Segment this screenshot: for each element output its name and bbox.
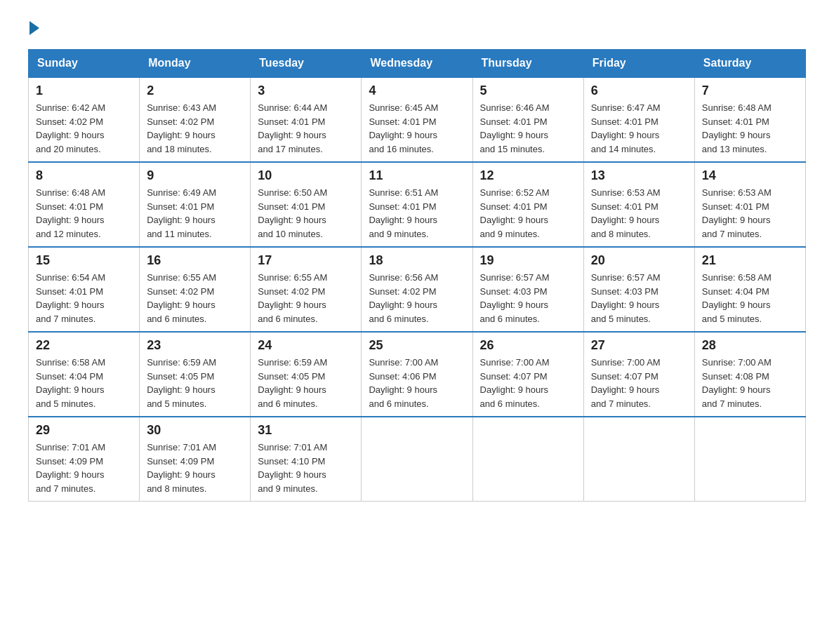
calendar-cell: 6 Sunrise: 6:47 AM Sunset: 4:01 PM Dayli… — [583, 77, 694, 162]
calendar-cell: 8 Sunrise: 6:48 AM Sunset: 4:01 PM Dayli… — [29, 162, 140, 247]
calendar-cell: 11 Sunrise: 6:51 AM Sunset: 4:01 PM Dayl… — [362, 162, 472, 247]
day-header-saturday: Saturday — [694, 50, 805, 78]
day-header-sunday: Sunday — [29, 50, 140, 78]
day-info: Sunrise: 7:01 AM Sunset: 4:09 PM Dayligh… — [147, 441, 243, 495]
day-number: 15 — [36, 253, 132, 268]
day-info: Sunrise: 6:45 AM Sunset: 4:01 PM Dayligh… — [369, 101, 465, 156]
calendar-cell: 21 Sunrise: 6:58 AM Sunset: 4:04 PM Dayl… — [694, 247, 805, 332]
day-info: Sunrise: 6:57 AM Sunset: 4:03 PM Dayligh… — [480, 271, 576, 326]
day-info: Sunrise: 7:00 AM Sunset: 4:07 PM Dayligh… — [480, 356, 576, 410]
calendar-cell: 24 Sunrise: 6:59 AM Sunset: 4:05 PM Dayl… — [251, 332, 362, 417]
page-header — [28, 21, 806, 35]
day-info: Sunrise: 6:55 AM Sunset: 4:02 PM Dayligh… — [147, 271, 243, 326]
day-info: Sunrise: 6:48 AM Sunset: 4:01 PM Dayligh… — [36, 186, 132, 241]
day-info: Sunrise: 7:00 AM Sunset: 4:07 PM Dayligh… — [591, 356, 687, 410]
day-info: Sunrise: 6:55 AM Sunset: 4:02 PM Dayligh… — [258, 271, 354, 326]
day-info: Sunrise: 6:50 AM Sunset: 4:01 PM Dayligh… — [258, 186, 354, 241]
day-info: Sunrise: 6:42 AM Sunset: 4:02 PM Dayligh… — [36, 101, 132, 156]
day-number: 18 — [369, 253, 465, 268]
day-number: 17 — [258, 253, 354, 268]
calendar-cell — [362, 417, 472, 502]
calendar-week-4: 22 Sunrise: 6:58 AM Sunset: 4:04 PM Dayl… — [29, 332, 806, 417]
day-number: 5 — [480, 83, 576, 98]
day-header-monday: Monday — [140, 50, 251, 78]
day-number: 28 — [702, 338, 798, 353]
calendar-cell: 5 Sunrise: 6:46 AM Sunset: 4:01 PM Dayli… — [472, 77, 583, 162]
calendar-cell: 26 Sunrise: 7:00 AM Sunset: 4:07 PM Dayl… — [472, 332, 583, 417]
calendar-header-row: SundayMondayTuesdayWednesdayThursdayFrid… — [29, 50, 806, 78]
day-number: 27 — [591, 338, 687, 353]
calendar-week-1: 1 Sunrise: 6:42 AM Sunset: 4:02 PM Dayli… — [29, 77, 806, 162]
day-info: Sunrise: 6:59 AM Sunset: 4:05 PM Dayligh… — [147, 356, 243, 410]
day-info: Sunrise: 6:58 AM Sunset: 4:04 PM Dayligh… — [36, 356, 132, 410]
calendar-cell — [583, 417, 694, 502]
calendar-cell: 29 Sunrise: 7:01 AM Sunset: 4:09 PM Dayl… — [29, 417, 140, 502]
day-header-wednesday: Wednesday — [362, 50, 472, 78]
calendar-cell: 25 Sunrise: 7:00 AM Sunset: 4:06 PM Dayl… — [362, 332, 472, 417]
day-header-thursday: Thursday — [472, 50, 583, 78]
day-number: 16 — [147, 253, 243, 268]
day-number: 1 — [36, 83, 132, 98]
day-number: 8 — [36, 168, 132, 183]
day-info: Sunrise: 6:53 AM Sunset: 4:01 PM Dayligh… — [702, 186, 798, 241]
day-number: 11 — [369, 168, 465, 183]
calendar-cell — [694, 417, 805, 502]
day-info: Sunrise: 6:59 AM Sunset: 4:05 PM Dayligh… — [258, 356, 354, 410]
calendar-table: SundayMondayTuesdayWednesdayThursdayFrid… — [28, 49, 806, 502]
day-number: 23 — [147, 338, 243, 353]
day-number: 12 — [480, 168, 576, 183]
day-header-tuesday: Tuesday — [251, 50, 362, 78]
day-info: Sunrise: 6:51 AM Sunset: 4:01 PM Dayligh… — [369, 186, 465, 241]
calendar-cell: 18 Sunrise: 6:56 AM Sunset: 4:02 PM Dayl… — [362, 247, 472, 332]
day-number: 10 — [258, 168, 354, 183]
day-info: Sunrise: 6:44 AM Sunset: 4:01 PM Dayligh… — [258, 101, 354, 156]
day-info: Sunrise: 6:53 AM Sunset: 4:01 PM Dayligh… — [591, 186, 687, 241]
day-info: Sunrise: 6:54 AM Sunset: 4:01 PM Dayligh… — [36, 271, 132, 326]
day-number: 26 — [480, 338, 576, 353]
day-info: Sunrise: 6:43 AM Sunset: 4:02 PM Dayligh… — [147, 101, 243, 156]
calendar-week-5: 29 Sunrise: 7:01 AM Sunset: 4:09 PM Dayl… — [29, 417, 806, 502]
calendar-cell: 27 Sunrise: 7:00 AM Sunset: 4:07 PM Dayl… — [583, 332, 694, 417]
calendar-cell: 3 Sunrise: 6:44 AM Sunset: 4:01 PM Dayli… — [251, 77, 362, 162]
calendar-cell: 2 Sunrise: 6:43 AM Sunset: 4:02 PM Dayli… — [140, 77, 251, 162]
day-number: 22 — [36, 338, 132, 353]
day-info: Sunrise: 7:01 AM Sunset: 4:09 PM Dayligh… — [36, 441, 132, 495]
calendar-cell — [472, 417, 583, 502]
day-info: Sunrise: 7:00 AM Sunset: 4:06 PM Dayligh… — [369, 356, 465, 410]
logo — [28, 21, 39, 35]
day-number: 9 — [147, 168, 243, 183]
day-number: 20 — [591, 253, 687, 268]
day-number: 3 — [258, 83, 354, 98]
calendar-cell: 12 Sunrise: 6:52 AM Sunset: 4:01 PM Dayl… — [472, 162, 583, 247]
day-number: 25 — [369, 338, 465, 353]
day-number: 29 — [36, 423, 132, 438]
calendar-cell: 13 Sunrise: 6:53 AM Sunset: 4:01 PM Dayl… — [583, 162, 694, 247]
calendar-cell: 14 Sunrise: 6:53 AM Sunset: 4:01 PM Dayl… — [694, 162, 805, 247]
day-number: 7 — [702, 83, 798, 98]
day-number: 6 — [591, 83, 687, 98]
day-number: 13 — [591, 168, 687, 183]
day-number: 21 — [702, 253, 798, 268]
calendar-cell: 9 Sunrise: 6:49 AM Sunset: 4:01 PM Dayli… — [140, 162, 251, 247]
calendar-cell: 4 Sunrise: 6:45 AM Sunset: 4:01 PM Dayli… — [362, 77, 472, 162]
calendar-week-3: 15 Sunrise: 6:54 AM Sunset: 4:01 PM Dayl… — [29, 247, 806, 332]
calendar-cell: 31 Sunrise: 7:01 AM Sunset: 4:10 PM Dayl… — [251, 417, 362, 502]
day-number: 2 — [147, 83, 243, 98]
day-info: Sunrise: 7:00 AM Sunset: 4:08 PM Dayligh… — [702, 356, 798, 410]
day-number: 4 — [369, 83, 465, 98]
day-header-friday: Friday — [583, 50, 694, 78]
day-info: Sunrise: 6:48 AM Sunset: 4:01 PM Dayligh… — [702, 101, 798, 156]
day-info: Sunrise: 6:52 AM Sunset: 4:01 PM Dayligh… — [480, 186, 576, 241]
day-info: Sunrise: 7:01 AM Sunset: 4:10 PM Dayligh… — [258, 441, 354, 495]
day-info: Sunrise: 6:58 AM Sunset: 4:04 PM Dayligh… — [702, 271, 798, 326]
day-number: 14 — [702, 168, 798, 183]
day-info: Sunrise: 6:57 AM Sunset: 4:03 PM Dayligh… — [591, 271, 687, 326]
day-number: 19 — [480, 253, 576, 268]
calendar-cell: 22 Sunrise: 6:58 AM Sunset: 4:04 PM Dayl… — [29, 332, 140, 417]
calendar-cell: 17 Sunrise: 6:55 AM Sunset: 4:02 PM Dayl… — [251, 247, 362, 332]
calendar-cell: 15 Sunrise: 6:54 AM Sunset: 4:01 PM Dayl… — [29, 247, 140, 332]
day-info: Sunrise: 6:49 AM Sunset: 4:01 PM Dayligh… — [147, 186, 243, 241]
calendar-cell: 23 Sunrise: 6:59 AM Sunset: 4:05 PM Dayl… — [140, 332, 251, 417]
day-number: 30 — [147, 423, 243, 438]
calendar-cell: 10 Sunrise: 6:50 AM Sunset: 4:01 PM Dayl… — [251, 162, 362, 247]
